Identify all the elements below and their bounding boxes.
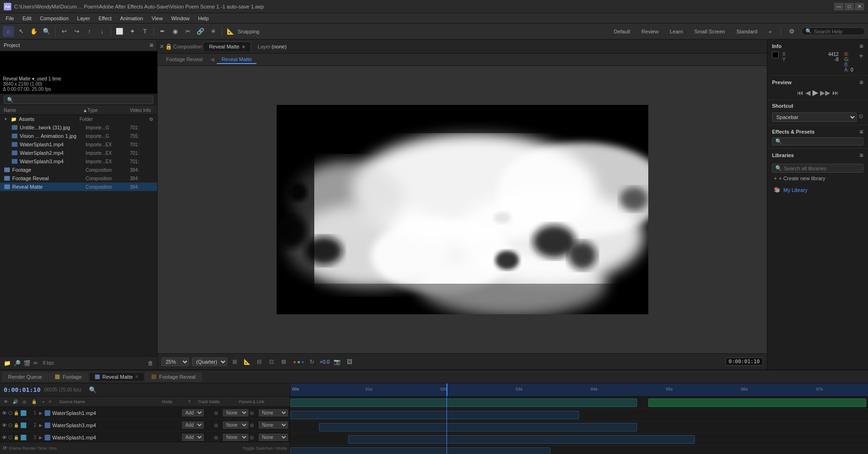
settings-icon[interactable]: ⚙: [786, 26, 797, 37]
tool-redo[interactable]: ↪: [71, 26, 82, 37]
search-help-input[interactable]: [814, 29, 861, 34]
layer-2-track-matte[interactable]: None: [223, 422, 248, 429]
tl-layer-3[interactable]: 👁 🔒 3 ▶ WaterSplash1.mp4 Add ◎ None ◎: [0, 431, 290, 442]
project-item-watersplash3[interactable]: WaterSplash3.mp4 Importe...EX 701:: [0, 157, 157, 166]
toggle-guides-icon[interactable]: ⊟: [255, 357, 264, 366]
tl-transfer-controls-icon[interactable]: ⟳: [3, 445, 7, 451]
comp-fit-icon[interactable]: ⊡: [267, 357, 276, 366]
folder-expand-icon[interactable]: ▼: [4, 117, 8, 121]
zoom-select[interactable]: 25% 50% 100%: [161, 358, 189, 366]
layer-2-solo-icon[interactable]: [8, 423, 12, 427]
tool-up[interactable]: ↑: [84, 26, 95, 37]
layer-1-visibility-icon[interactable]: 👁: [2, 410, 7, 416]
project-item-vision[interactable]: Vision ... Animation 1.jpg Importe...G 7…: [0, 132, 157, 140]
layer-1-solo-icon[interactable]: [8, 411, 12, 415]
my-library-button[interactable]: 📚 My Library: [772, 184, 863, 196]
libraries-panel-menu-icon[interactable]: ≡: [860, 151, 863, 159]
quality-select[interactable]: (Quarter) (Half) (Full): [192, 358, 227, 366]
layer-3-collapse-icon[interactable]: ▶: [38, 435, 43, 440]
layer-3-mode-select[interactable]: Add: [182, 434, 204, 441]
preview-panel-menu-icon[interactable]: ≡: [860, 79, 863, 86]
tool-text[interactable]: T: [139, 26, 151, 37]
tool-snapping[interactable]: 📐: [225, 26, 236, 37]
tool-shape[interactable]: ⬜: [114, 26, 125, 37]
workspace-more[interactable]: »: [765, 28, 775, 35]
info-panel-menu-icon[interactable]: ≡: [860, 42, 863, 50]
project-item-footage-reveal[interactable]: Footage Reveal Composition 384:: [0, 174, 157, 183]
tl-tab-reveal-matte[interactable]: Reveal Matte ≡: [89, 372, 145, 382]
comp-lock-icon[interactable]: 🔒: [165, 43, 172, 50]
layer-3-parent-link[interactable]: None: [259, 434, 288, 441]
tl-tab-reveal-matte-menu-icon[interactable]: ≡: [135, 374, 138, 379]
layer-3-track-matte[interactable]: None: [223, 434, 248, 441]
tool-star[interactable]: ✦: [127, 26, 138, 37]
rotate-icon[interactable]: ↻: [307, 357, 317, 366]
project-item-footage-comp[interactable]: Footage Composition 384:: [0, 166, 157, 174]
layer-2-parent-link[interactable]: None: [259, 422, 288, 429]
preview-prev-frame-btn[interactable]: ◀: [805, 89, 811, 96]
create-library-button[interactable]: + + Create new library: [772, 173, 863, 184]
project-search-input[interactable]: [4, 96, 153, 104]
tool-zoom[interactable]: 🔍: [41, 26, 52, 37]
tl-clip-2[interactable]: [290, 411, 579, 419]
tl-clip-1b[interactable]: [648, 398, 866, 407]
info-add-icon[interactable]: +: [859, 52, 863, 60]
shortcut-select[interactable]: Spacebar: [772, 112, 857, 122]
effects-search-input[interactable]: [784, 139, 860, 144]
comp-safe-icon[interactable]: ⊠: [279, 357, 288, 366]
view-tab-reveal-matte[interactable]: Reveal Matte: [217, 56, 257, 64]
tool-home[interactable]: ⌂: [3, 26, 14, 37]
find-icon[interactable]: 🔎: [14, 360, 21, 366]
tl-clip-5[interactable]: [290, 447, 550, 454]
tl-layer-2[interactable]: 👁 🔒 2 ▶ WaterSplash3.mp4 Add ◎ None ◎: [0, 419, 290, 431]
folder-options-icon[interactable]: ⚙: [149, 117, 153, 122]
project-panel-menu-icon[interactable]: ≡: [150, 41, 153, 49]
tool-puppet[interactable]: ✳: [207, 26, 219, 37]
tool-down[interactable]: ↓: [96, 26, 108, 37]
library-search-input[interactable]: [784, 166, 860, 171]
tl-clip-1[interactable]: [290, 398, 637, 407]
comp-tab-menu-icon[interactable]: ≡: [242, 44, 245, 49]
tl-clip-3[interactable]: [319, 423, 637, 431]
menu-edit[interactable]: Edit: [19, 15, 35, 22]
preview-next-frame-btn[interactable]: ▶▶: [820, 89, 830, 96]
tl-clip-4[interactable]: [348, 435, 695, 444]
workspace-standard[interactable]: Standard: [733, 28, 761, 35]
view-tab-footage-reveal[interactable]: Footage Reveal: [161, 56, 207, 64]
current-timecode[interactable]: 0:00:01:10: [4, 386, 40, 393]
menu-effect[interactable]: Effect: [95, 15, 115, 22]
workspace-learn[interactable]: Learn: [666, 28, 687, 35]
comp-close-icon[interactable]: ✕: [159, 43, 164, 50]
maximize-button[interactable]: □: [844, 3, 854, 10]
layer-1-lock-icon[interactable]: 🔒: [14, 411, 19, 415]
snapshot-icon[interactable]: 📷: [333, 357, 342, 366]
shortcut-record-icon[interactable]: ⊙: [859, 113, 863, 119]
tl-tab-footage[interactable]: Footage: [49, 372, 88, 382]
menu-composition[interactable]: Composition: [36, 15, 72, 22]
preview-last-frame-btn[interactable]: ⏭: [832, 89, 839, 96]
tool-link[interactable]: 🔗: [195, 26, 206, 37]
layer-3-lock-icon[interactable]: 🔒: [14, 435, 19, 440]
layer-2-visibility-icon[interactable]: 👁: [2, 422, 7, 428]
show-snapshot-icon[interactable]: 🖼: [345, 357, 354, 366]
tl-tab-footage-reveal[interactable]: Footage Reveal: [145, 372, 202, 382]
tl-search-icon[interactable]: 🔍: [89, 386, 96, 393]
layer-1-collapse-icon[interactable]: ▶: [38, 410, 43, 416]
project-item-watersplash2[interactable]: WaterSplash2.mp4 Importe...EX 701:: [0, 149, 157, 157]
close-button[interactable]: ✕: [855, 3, 864, 10]
tool-undo[interactable]: ↩: [58, 26, 70, 37]
tool-feather[interactable]: ◉: [169, 26, 181, 37]
project-item-reveal-matte[interactable]: Reveal Matte Composition 384:: [0, 183, 157, 191]
tool-hand[interactable]: ✋: [28, 26, 40, 37]
preview-play-btn[interactable]: ▶: [812, 88, 818, 97]
menu-animation[interactable]: Animation: [116, 15, 147, 22]
footage-icon-btn[interactable]: 🎬: [24, 360, 31, 366]
workspace-review[interactable]: Review: [638, 28, 662, 35]
tl-layer-1[interactable]: 👁 🔒 1 ▶ WaterSplash1.mp4 Add ◎ None ◎: [0, 407, 290, 419]
menu-view[interactable]: View: [148, 15, 167, 22]
edit-icon[interactable]: ✏: [33, 360, 38, 366]
comp-viewer[interactable]: [158, 66, 767, 353]
tool-pen[interactable]: ✒: [157, 26, 168, 37]
effects-panel-menu-icon[interactable]: ≡: [860, 128, 863, 135]
layer-1-mode-select[interactable]: Add: [182, 409, 204, 416]
